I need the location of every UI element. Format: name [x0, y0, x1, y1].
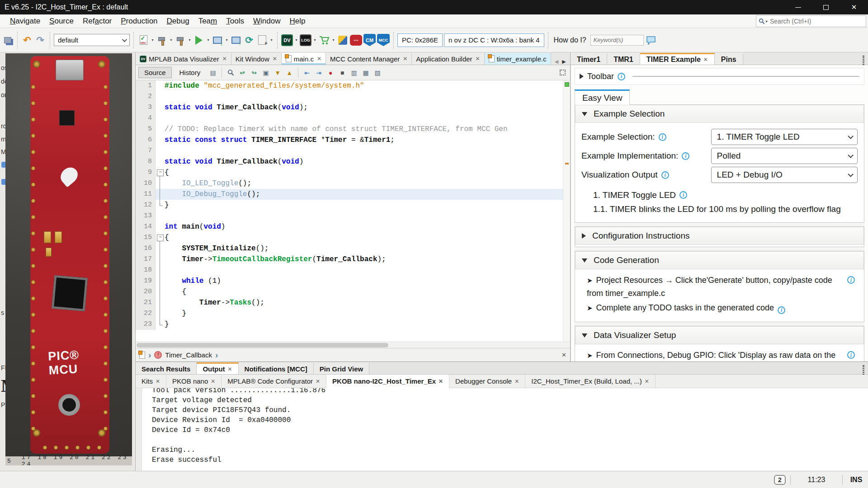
panel-tab-tmr1[interactable]: TMR1: [607, 53, 640, 65]
section-example-selection[interactable]: Example Selection: [575, 105, 864, 123]
editor-grid-icon[interactable]: [557, 68, 567, 78]
breadcrumb-close-icon[interactable]: ✕: [561, 352, 566, 358]
tab-close-icon[interactable]: ✕: [316, 378, 320, 385]
info-icon[interactable]: i: [659, 133, 666, 141]
close-button[interactable]: ✕: [840, 0, 868, 14]
dropdown-arrow-icon[interactable]: ▾: [188, 38, 192, 42]
fold-marker[interactable]: [156, 297, 165, 308]
info-icon[interactable]: i: [679, 191, 687, 199]
global-search-box[interactable]: ▾: [756, 15, 866, 27]
code-line[interactable]: 23}: [136, 319, 563, 330]
code-line[interactable]: 17 Timer->TimeoutCallbackRegister(Timer_…: [136, 254, 563, 265]
menu-item-team[interactable]: Team: [194, 16, 222, 27]
console-tab-i2c-host-timer-ex-build-load-[interactable]: I2C_Host_Timer_Ex (Build, Load, ...)✕: [525, 375, 656, 388]
source-view-button[interactable]: Source: [138, 67, 172, 78]
refresh-debug-tool-button[interactable]: ⟳: [243, 34, 255, 47]
dropdown-arrow-icon[interactable]: ▾: [294, 38, 298, 42]
save-all-button[interactable]: [2, 34, 14, 47]
code-line[interactable]: 9{: [136, 167, 563, 178]
horizontal-scrollbar[interactable]: [136, 342, 570, 348]
editor-tab-main-c[interactable]: main.c✕: [282, 53, 326, 65]
marketplace-button[interactable]: [318, 34, 330, 47]
code-line[interactable]: 22 }: [136, 308, 563, 319]
menu-item-help[interactable]: Help: [285, 16, 310, 27]
tab-close-icon[interactable]: ✕: [703, 56, 708, 63]
log-button[interactable]: LOG: [300, 34, 311, 47]
section-header-data-visualizer-setup[interactable]: Data Visualizer Setup: [575, 326, 864, 344]
maximize-panel-icon[interactable]: [863, 56, 864, 65]
menu-item-navigate[interactable]: Navigate: [5, 16, 45, 27]
build-project-button[interactable]: [156, 34, 168, 47]
fold-marker[interactable]: [156, 286, 165, 297]
editor-tab-kit-window[interactable]: Kit Window✕: [231, 53, 282, 65]
fold-marker[interactable]: [156, 265, 165, 276]
tab-close-icon[interactable]: ✕: [476, 56, 480, 62]
history-view-button[interactable]: History: [174, 67, 207, 78]
output-tab-pin-grid-view[interactable]: Pin Grid View: [314, 362, 369, 374]
info-icon[interactable]: i: [661, 171, 669, 179]
editor-tab-mcc-content-manager[interactable]: MCC Content Manager✕: [326, 53, 412, 65]
dropdown-arrow-icon[interactable]: ▾: [269, 38, 274, 42]
dropdown-arrow-icon[interactable]: ▾: [313, 38, 317, 42]
prev-bookmark-icon[interactable]: ▲: [284, 68, 294, 78]
fold-marker[interactable]: [156, 178, 165, 189]
clean-build-button[interactable]: [175, 34, 186, 47]
fold-marker[interactable]: [156, 167, 165, 178]
stop-macro-icon[interactable]: ■: [337, 68, 347, 78]
uncomment-icon[interactable]: ▦: [361, 68, 371, 78]
search-input[interactable]: [770, 18, 866, 25]
code-line[interactable]: 13: [136, 211, 563, 221]
code-line[interactable]: 16 SYSTEM_Initialize();: [136, 243, 563, 254]
tab-close-icon[interactable]: ✕: [156, 378, 160, 385]
menu-item-production[interactable]: Production: [116, 16, 162, 27]
output-tab-notifications-mcc-[interactable]: Notifications [MCC]: [239, 362, 314, 374]
code-line[interactable]: 3static void Timer_Callback(void);: [136, 102, 563, 113]
scroll-tabs-left-icon[interactable]: ◀: [555, 59, 558, 65]
next-bookmark-icon[interactable]: ▼: [273, 68, 283, 78]
editor-tab-mplab-data-visualizer[interactable]: DVMPLAB Data Visualizer✕: [136, 53, 231, 65]
code-line[interactable]: 5// TODO: Replace TimerX with name of co…: [136, 124, 563, 135]
code-line[interactable]: 1#include "mcc_generated_files/system/sy…: [136, 80, 563, 91]
code-line[interactable]: 10 IO_LED_Toggle();: [136, 178, 563, 189]
code-line[interactable]: 4: [136, 113, 563, 124]
code-line[interactable]: 11 IO_Debug_Toggle();: [136, 189, 563, 200]
dropdown-arrow-icon[interactable]: ▾: [206, 38, 210, 42]
fold-marker[interactable]: [156, 189, 165, 200]
menu-item-source[interactable]: Source: [45, 16, 78, 27]
help-chat-button[interactable]: [645, 34, 657, 47]
section-header-configuration-instructions[interactable]: Configuration Instructions: [575, 227, 864, 245]
code-line[interactable]: 2: [136, 91, 563, 102]
last-edit-back-icon[interactable]: ↫: [237, 68, 247, 78]
panel-tab-timer-example[interactable]: TIMER Example✕: [640, 53, 715, 65]
undo-button[interactable]: ↶: [21, 34, 33, 47]
shift-right-icon[interactable]: ⇥: [314, 68, 324, 78]
minimize-button[interactable]: [784, 0, 812, 14]
diff-icon[interactable]: ▤: [208, 68, 218, 78]
tab-close-icon[interactable]: ✕: [439, 378, 443, 385]
toggle-highlight-icon[interactable]: ▧: [373, 68, 382, 78]
code-line[interactable]: 20 {: [136, 286, 563, 297]
last-edit-forward-icon[interactable]: ↬: [249, 68, 259, 78]
error-stripe[interactable]: [563, 80, 570, 342]
make-program-device-button[interactable]: ↓: [212, 34, 223, 47]
code-line[interactable]: 12}: [136, 200, 563, 211]
tab-close-icon[interactable]: ✕: [211, 378, 215, 385]
tab-close-icon[interactable]: ✕: [317, 56, 321, 62]
ipe-button[interactable]: ●●●: [350, 34, 362, 47]
menu-item-window[interactable]: Window: [249, 16, 285, 27]
fold-marker[interactable]: [156, 232, 165, 243]
console-tab-kits[interactable]: Kits✕: [136, 375, 166, 388]
info-icon[interactable]: i: [847, 276, 855, 284]
program-target-button[interactable]: [337, 34, 349, 47]
tab-close-icon[interactable]: ✕: [228, 366, 232, 372]
project-properties-button[interactable]: [256, 34, 268, 47]
panel-tab-pins[interactable]: Pins: [715, 53, 743, 65]
dropdown-arrow-icon[interactable]: ▾: [331, 38, 335, 42]
info-icon[interactable]: i: [778, 306, 785, 314]
tab-close-icon[interactable]: ✕: [645, 378, 649, 385]
output-tab-output[interactable]: Output✕: [197, 362, 238, 374]
read-device-memory-button[interactable]: ↑: [230, 34, 242, 47]
editor-tab-application-builder[interactable]: Application Builder✕: [412, 53, 484, 65]
fold-marker[interactable]: [156, 308, 165, 319]
dropdown-arrow-icon[interactable]: ▾: [169, 38, 173, 42]
